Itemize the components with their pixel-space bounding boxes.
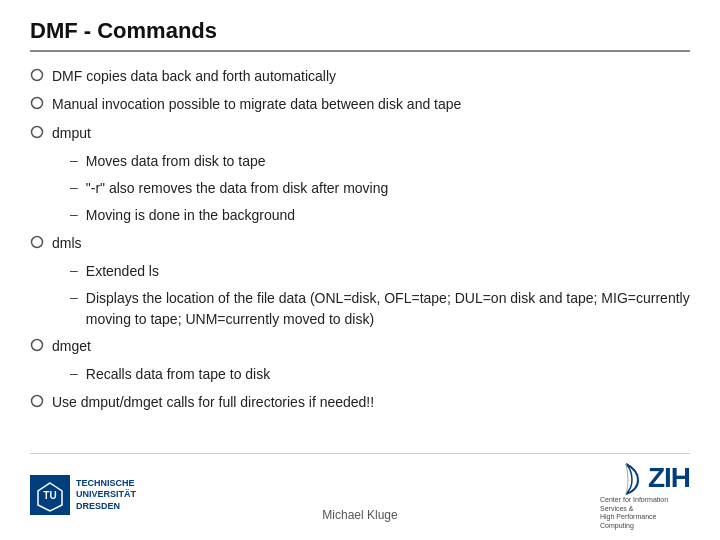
dash-icon: – [70,206,78,222]
list-item: Manual invocation possible to migrate da… [30,94,690,114]
title-area: DMF - Commands [30,18,690,52]
svg-text:TU: TU [43,490,56,501]
svg-point-4 [32,339,43,350]
footer: TU TECHNISCHE UNIVERSITÄT DRESDEN Michae… [30,453,690,530]
zih-label: ZIH [648,462,690,494]
bullet-text: Extended ls [86,261,159,281]
list-item: DMF copies data back and forth automatic… [30,66,690,86]
tud-logo: TU TECHNISCHE UNIVERSITÄT DRESDEN [30,475,136,515]
list-item: dmget [30,336,690,356]
bullet-text: DMF copies data back and forth automatic… [52,66,336,86]
zih-arc-icon [608,460,644,496]
bullet-text: Moves data from disk to tape [86,151,266,171]
slide: DMF - Commands DMF copies data back and … [0,0,720,540]
zih-logo: ZIH Center for Information Services & Hi… [600,460,690,530]
list-item: dmls [30,233,690,253]
list-item: – Extended ls [70,261,690,281]
list-item: – Moves data from disk to tape [70,151,690,171]
svg-point-3 [32,236,43,247]
tud-line1: TECHNISCHE [76,478,136,490]
svg-point-0 [32,70,43,81]
svg-point-2 [32,126,43,137]
dash-icon: – [70,262,78,278]
bullet-text: Manual invocation possible to migrate da… [52,94,461,114]
tud-logo-text: TECHNISCHE UNIVERSITÄT DRESDEN [76,478,136,513]
tud-logo-icon: TU [32,477,68,513]
list-item: – Moving is done in the background [70,205,690,225]
bullet-text: dmls [52,233,82,253]
list-item: dmput [30,123,690,143]
svg-point-1 [32,98,43,109]
bullet-icon [30,125,44,139]
bullet-icon [30,235,44,249]
list-item: Use dmput/dmget calls for full directori… [30,392,690,412]
bullet-text: Use dmput/dmget calls for full directori… [52,392,374,412]
bullet-icon [30,338,44,352]
dash-icon: – [70,152,78,168]
bullet-text: Displays the location of the file data (… [86,288,690,329]
dash-icon: – [70,179,78,195]
tud-logo-box: TU [30,475,70,515]
dash-icon: – [70,365,78,381]
zih-logo-container: ZIH Center for Information Services & Hi… [600,460,690,530]
bullet-text: Moving is done in the background [86,205,295,225]
bullet-text: dmput [52,123,91,143]
bullet-icon [30,96,44,110]
svg-point-5 [32,395,43,406]
list-item: – Recalls data from tape to disk [70,364,690,384]
tud-line3: DRESDEN [76,501,136,513]
bullet-icon [30,394,44,408]
footer-author: Michael Kluge [322,508,397,522]
bullet-text: "-r" also removes the data from disk aft… [86,178,389,198]
bullet-icon [30,68,44,82]
bullet-text: dmget [52,336,91,356]
list-item: – "-r" also removes the data from disk a… [70,178,690,198]
dash-icon: – [70,289,78,305]
content-area: DMF copies data back and forth automatic… [30,66,690,445]
list-item: – Displays the location of the file data… [70,288,690,329]
slide-title: DMF - Commands [30,18,217,43]
zih-subtext: Center for Information Services & High P… [600,496,690,530]
tud-line2: UNIVERSITÄT [76,489,136,501]
bullet-text: Recalls data from tape to disk [86,364,270,384]
